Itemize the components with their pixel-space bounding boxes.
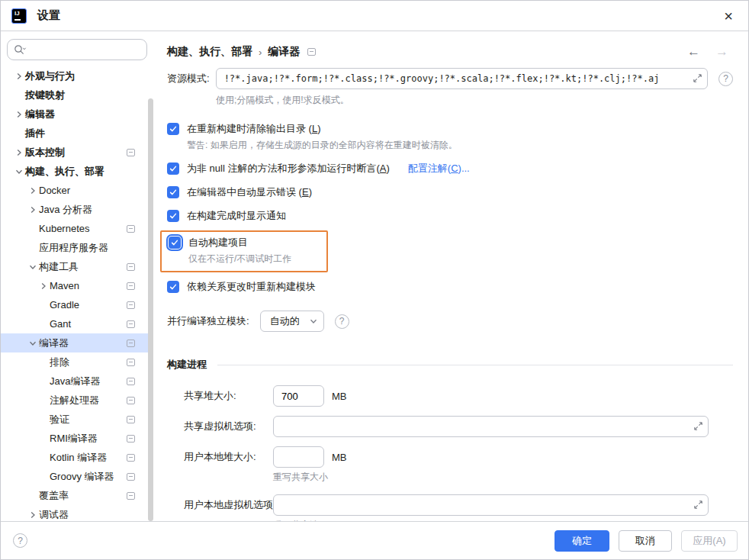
chevron-right-icon[interactable] [13, 108, 25, 121]
sidebar-item-kubernetes[interactable]: Kubernetes [1, 219, 153, 238]
chevron-right-icon[interactable] [37, 280, 50, 292]
help-icon[interactable]: ? [335, 314, 349, 329]
sidebar-item-app-servers[interactable]: 应用程序服务器 [1, 238, 153, 257]
auto-show-errors-checkbox[interactable] [167, 186, 179, 198]
null-assertions-checkbox[interactable] [167, 163, 179, 175]
notify-on-finish-checkbox[interactable] [167, 210, 179, 222]
build-automatically-checkbox-row: 自动构建项目 [169, 236, 319, 249]
null-assertions-label: 为非 null 注解的方法和形参添加运行时断言(A) [187, 162, 390, 175]
breadcrumb-current: 编译器 [268, 45, 300, 59]
auto-show-errors-checkbox-row: 在编辑器中自动显示错误 (E) [167, 185, 733, 199]
rebuild-on-dependency-change-label: 依赖关系更改时重新构建模块 [187, 280, 316, 294]
sidebar-item-gradle[interactable]: Gradle [1, 295, 153, 314]
user-heap-comment: 重写共享大小 [273, 471, 733, 484]
user-vm-input[interactable] [273, 494, 709, 516]
sidebar-item-excludes[interactable]: 排除 [1, 352, 153, 372]
build-process-section-header: 构建进程 [167, 358, 733, 372]
sidebar-item-java-profiler[interactable]: Java 分析器 [1, 200, 153, 219]
parallel-compile-select[interactable]: 自动的 [260, 311, 324, 332]
search-icon [14, 44, 27, 55]
help-icon[interactable]: ? [718, 72, 733, 86]
sidebar-item-annotation-processors[interactable]: 注解处理器 [1, 391, 153, 410]
sidebar-item-build-tools[interactable]: 构建工具 [1, 257, 153, 276]
chevron-down-icon[interactable] [27, 261, 39, 273]
chevron-right-icon[interactable] [27, 509, 39, 521]
shared-vm-label: 共享虚拟机选项: [184, 420, 273, 433]
close-icon[interactable]: × [719, 7, 738, 25]
user-heap-unit: MB [332, 452, 347, 463]
expand-field-icon[interactable] [693, 73, 702, 83]
window-title: 设置 [37, 8, 60, 23]
build-automatically-label: 自动构建项目 [188, 236, 248, 249]
sidebar-item-compiler[interactable]: 编译器 [1, 333, 153, 352]
shared-heap-input[interactable] [273, 385, 324, 407]
modified-indicator-icon [127, 416, 135, 423]
modified-indicator-icon [127, 263, 135, 271]
breadcrumb-parent[interactable]: 构建、执行、部署 [167, 45, 252, 59]
modified-indicator-icon [127, 149, 135, 156]
modified-indicator-icon [127, 397, 135, 404]
chevron-right-icon[interactable] [13, 70, 25, 82]
help-icon[interactable]: ? [13, 533, 27, 548]
build-automatically-checkbox[interactable] [169, 237, 181, 249]
resource-patterns-comment: 使用;分隔模式，使用!求反模式。 [216, 94, 733, 107]
back-arrow-icon[interactable]: ← [687, 44, 700, 60]
modified-indicator-icon [127, 225, 135, 233]
user-heap-label: 用户本地堆大小: [184, 450, 273, 464]
user-heap-input[interactable] [273, 446, 324, 468]
sidebar-item-keymap[interactable]: 按键映射 [1, 85, 153, 105]
sidebar-item-maven[interactable]: Maven [1, 276, 153, 295]
sidebar-item-docker[interactable]: Docker [1, 181, 153, 200]
sidebar-item-appearance[interactable]: 外观与行为 [1, 66, 153, 85]
settings-sidebar: 外观与行为 按键映射 编辑器 插件 版本控制 [1, 31, 153, 521]
search-input[interactable] [7, 39, 147, 60]
chevron-right-icon[interactable] [27, 204, 39, 216]
rebuild-on-dependency-change-checkbox[interactable] [167, 281, 179, 293]
sidebar-item-build-execution-deployment[interactable]: 构建、执行、部署 [1, 162, 153, 181]
resource-patterns-input[interactable] [216, 68, 708, 89]
dialog-footer: ? 确定 取消 应用(A) [1, 521, 748, 559]
settings-tree: 外观与行为 按键映射 编辑器 插件 版本控制 [1, 66, 153, 521]
sidebar-item-kotlin-compiler[interactable]: Kotlin 编译器 [1, 448, 153, 467]
cancel-button[interactable]: 取消 [619, 530, 672, 552]
apply-button: 应用(A) [681, 530, 738, 552]
chevron-down-icon[interactable] [27, 337, 39, 349]
shared-vm-input[interactable] [273, 416, 709, 437]
sidebar-item-groovy-compiler[interactable]: Groovy 编译器 [1, 467, 153, 486]
clear-output-checkbox[interactable] [167, 123, 179, 135]
sidebar-item-gant[interactable]: Gant [1, 314, 153, 333]
chevron-right-icon[interactable] [13, 146, 25, 159]
user-vm-row: 用户本地虚拟机选项: [167, 494, 733, 516]
resource-patterns-label: 资源模式: [167, 72, 210, 85]
shared-heap-unit: MB [332, 391, 347, 402]
modified-indicator-icon [127, 454, 135, 462]
auto-show-errors-label: 在编辑器中自动显示错误 (E) [187, 185, 312, 199]
modified-indicator-icon [127, 340, 135, 347]
sidebar-item-java-compiler[interactable]: Java编译器 [1, 372, 153, 391]
clear-output-warning: 警告: 如果启用，存储生成源的目录的全部内容将在重建时被清除。 [187, 139, 733, 152]
configure-annotations-link[interactable]: 配置注解(C)... [408, 162, 470, 175]
sidebar-item-version-control[interactable]: 版本控制 [1, 143, 153, 162]
rebuild-on-dependency-change-checkbox-row: 依赖关系更改时重新构建模块 [167, 280, 733, 294]
sidebar-scrollbar[interactable] [148, 98, 153, 521]
ok-button[interactable]: 确定 [555, 530, 609, 552]
sidebar-item-coverage[interactable]: 覆盖率 [1, 486, 153, 505]
build-automatically-comment: 仅在不运行/不调试时工作 [188, 253, 319, 266]
breadcrumb: 构建、执行、部署 › 编译器 ← → [167, 42, 733, 62]
title-bar: IJ 设置 × [1, 1, 748, 31]
modified-indicator-icon [127, 473, 135, 481]
modified-indicator-icon [127, 435, 135, 443]
modified-indicator-icon [127, 301, 135, 309]
parallel-compile-label: 并行编译独立模块: [167, 314, 249, 328]
sidebar-item-debugger[interactable]: 调试器 [1, 505, 153, 521]
expand-field-icon[interactable] [693, 500, 703, 510]
sidebar-item-plugins[interactable]: 插件 [1, 124, 153, 143]
expand-field-icon[interactable] [693, 421, 703, 431]
sidebar-item-editor[interactable]: 编辑器 [1, 105, 153, 124]
chevron-down-icon[interactable] [13, 166, 25, 178]
settings-dialog: IJ 设置 × 外观与行为 按键映射 [0, 0, 749, 560]
sidebar-item-rmi-compiler[interactable]: RMI编译器 [1, 429, 153, 448]
clear-output-label: 在重新构建时清除输出目录 (L) [187, 122, 321, 136]
chevron-right-icon[interactable] [27, 185, 39, 197]
sidebar-item-validation[interactable]: 验证 [1, 410, 153, 429]
